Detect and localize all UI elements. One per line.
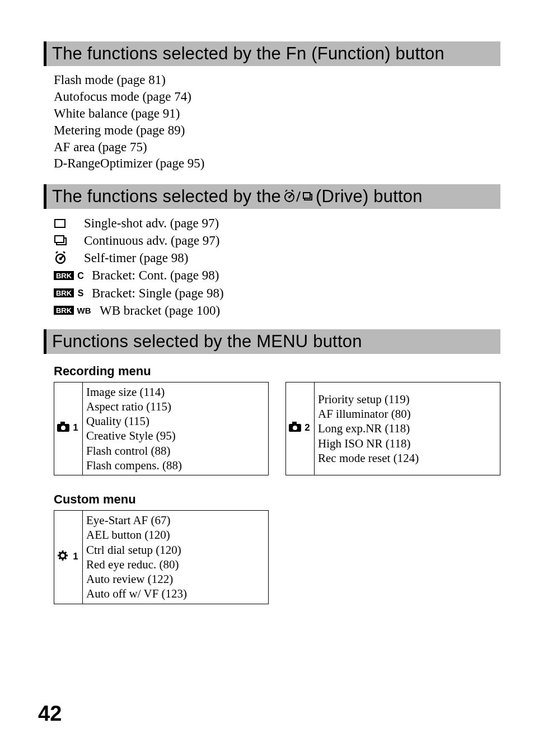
- svg-text:BRK: BRK: [56, 306, 72, 315]
- svg-rect-6: [55, 236, 64, 242]
- brk-wb-icon: BRK WB: [54, 305, 95, 315]
- svg-line-32: [59, 552, 61, 553]
- fn-list-item: D-RangeOptimizer (page 95): [54, 155, 500, 172]
- menu-line: Flash compens. (88): [86, 458, 265, 473]
- menu-line: Aspect ratio (115): [86, 399, 265, 414]
- section-bar-fn-title: The functions selected by the Fn (Functi…: [52, 44, 444, 64]
- recording-1-cell: Image size (114) Aspect ratio (115) Qual…: [83, 382, 269, 475]
- custom-1-cell: Eye-Start AF (67) AEL button (120) Ctrl …: [83, 511, 269, 604]
- menu-line: Ctrl dial setup (120): [86, 543, 265, 557]
- menu-line: Auto review (122): [86, 572, 265, 586]
- svg-line-33: [65, 557, 67, 559]
- svg-line-3: [297, 192, 300, 202]
- menu-line: Flash control (88): [86, 444, 265, 458]
- menu-line: Red eye reduc. (80): [86, 557, 265, 572]
- menu-line: AEL button (120): [86, 528, 265, 542]
- fn-list-item: White balance (page 91): [54, 105, 500, 122]
- drive-item-single: Single-shot adv. (page 97): [54, 214, 500, 232]
- drive-item-label: Self-timer (page 98): [84, 249, 188, 267]
- svg-text:1: 1: [73, 422, 78, 432]
- fn-list-item: Autofocus mode (page 74): [54, 88, 500, 105]
- gear-1-icon: 1: [54, 511, 83, 604]
- svg-line-2: [289, 194, 292, 197]
- svg-rect-20: [60, 422, 65, 424]
- svg-text:C: C: [77, 271, 84, 281]
- recording-tables: 1 Image size (114) Aspect ratio (115) Qu…: [54, 382, 500, 476]
- drive-item-label: WB bracket (page 100): [100, 302, 220, 319]
- timer-continuous-icon: [283, 189, 313, 204]
- menu-line: Priority setup (119): [318, 392, 496, 407]
- svg-line-35: [65, 552, 67, 553]
- menu-line: Quality (115): [86, 414, 265, 428]
- menu-line: Rec mode reset (124): [318, 451, 496, 465]
- section-bar-drive: The functions selected by the (Drive) bu…: [44, 184, 500, 209]
- page: The functions selected by the Fn (Functi…: [0, 0, 534, 756]
- section-bar-drive-title: The functions selected by the (Drive) bu…: [52, 186, 423, 207]
- custom-tables: 1 Eye-Start AF (67) AEL button (120) Ctr…: [54, 510, 500, 604]
- page-number: 42: [38, 702, 62, 726]
- recording-2-cell: Priority setup (119) AF illuminator (80)…: [315, 382, 500, 475]
- svg-text:1: 1: [73, 551, 78, 562]
- drive-item-selftimer: Self-timer (page 98): [54, 249, 500, 267]
- custom-menu-heading: Custom menu: [54, 492, 500, 507]
- svg-text:S: S: [78, 288, 84, 298]
- drive-item-label: Continuous adv. (page 97): [84, 232, 220, 249]
- drive-item-label: Bracket: Cont. (page 98): [92, 267, 219, 284]
- drive-item-label: Bracket: Single (page 98): [92, 284, 224, 302]
- camera-2-icon: 2: [286, 382, 315, 475]
- menu-line: Auto off w/ VF (123): [86, 586, 265, 601]
- svg-rect-4: [303, 193, 310, 198]
- drive-item-continuous: Continuous adv. (page 97): [54, 232, 500, 249]
- svg-line-9: [60, 255, 64, 259]
- section-bar-menu: Functions selected by the MENU button: [44, 329, 500, 354]
- fn-list-item: AF area (page 75): [54, 139, 500, 156]
- menu-line: High ISO NR (118): [318, 436, 496, 451]
- recording-table-1: 1 Image size (114) Aspect ratio (115) Qu…: [54, 382, 269, 476]
- drive-title-post: (Drive) button: [316, 186, 423, 207]
- svg-text:WB: WB: [77, 306, 91, 315]
- svg-rect-24: [292, 422, 297, 424]
- drive-list: Single-shot adv. (page 97) Continuous ad…: [54, 214, 500, 319]
- svg-text:BRK: BRK: [56, 272, 72, 280]
- svg-point-25: [293, 426, 297, 430]
- fn-list-item: Flash mode (page 81): [54, 72, 500, 88]
- menu-line: Creative Style (95): [86, 428, 265, 443]
- recording-table-2: 2 Priority setup (119) AF illuminator (8…: [285, 382, 500, 476]
- menu-line: Eye-Start AF (67): [86, 513, 265, 528]
- drive-item-label: Single-shot adv. (page 97): [84, 214, 219, 232]
- svg-rect-5: [55, 220, 65, 227]
- self-timer-icon: [54, 251, 79, 265]
- drive-item-brk-single: BRK S Bracket: Single (page 98): [54, 284, 500, 302]
- menu-line: Image size (114): [86, 385, 265, 399]
- svg-text:2: 2: [305, 422, 310, 432]
- menu-line: Long exp.NR (118): [318, 421, 496, 436]
- svg-point-21: [61, 426, 65, 430]
- drive-title-pre: The functions selected by the: [52, 186, 281, 207]
- custom-table-1: 1 Eye-Start AF (67) AEL button (120) Ctr…: [54, 510, 269, 604]
- camera-1-icon: 1: [54, 382, 83, 475]
- section-bar-menu-title: Functions selected by the MENU button: [52, 332, 362, 352]
- brk-c-icon: BRK C: [54, 270, 87, 281]
- menu-line: AF illuminator (80): [318, 407, 496, 421]
- svg-line-34: [59, 557, 61, 559]
- section-bar-fn: The functions selected by the Fn (Functi…: [44, 41, 500, 66]
- drive-item-brk-wb: BRK WB WB bracket (page 100): [54, 302, 500, 319]
- recording-menu-heading: Recording menu: [54, 364, 500, 379]
- svg-text:BRK: BRK: [56, 289, 72, 297]
- drive-item-brk-cont: BRK C Bracket: Cont. (page 98): [54, 267, 500, 284]
- fn-list-item: Metering mode (page 89): [54, 122, 500, 139]
- continuous-frame-icon: [54, 235, 79, 247]
- brk-s-icon: BRK S: [54, 288, 87, 298]
- single-frame-icon: [54, 218, 79, 229]
- fn-list: Flash mode (page 81) Autofocus mode (pag…: [54, 72, 500, 172]
